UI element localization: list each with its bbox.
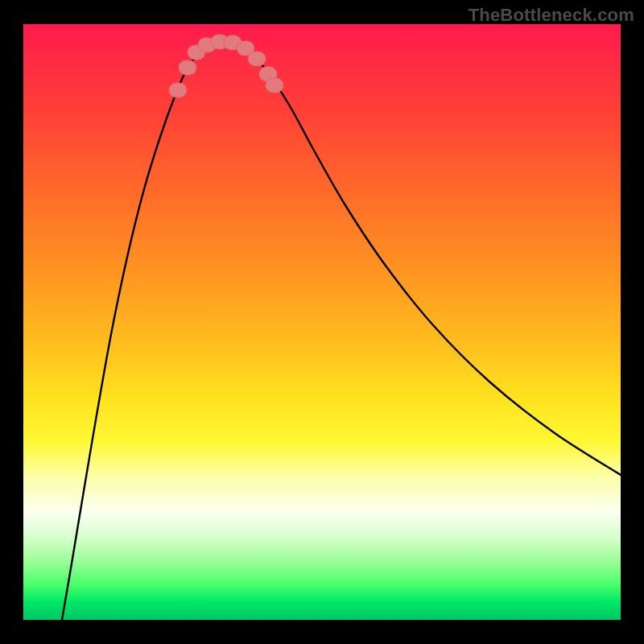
watermark-text: TheBottleneck.com <box>469 5 634 26</box>
chart-frame: TheBottleneck.com <box>0 0 644 644</box>
curve-marker <box>169 83 187 97</box>
plot-area <box>23 24 621 620</box>
curve-marker <box>248 52 266 66</box>
bottleneck-curve <box>62 42 621 620</box>
chart-svg <box>23 24 621 620</box>
curve-markers <box>169 35 283 97</box>
curve-marker <box>266 78 283 93</box>
curve-group <box>62 42 621 620</box>
curve-marker <box>179 60 196 75</box>
